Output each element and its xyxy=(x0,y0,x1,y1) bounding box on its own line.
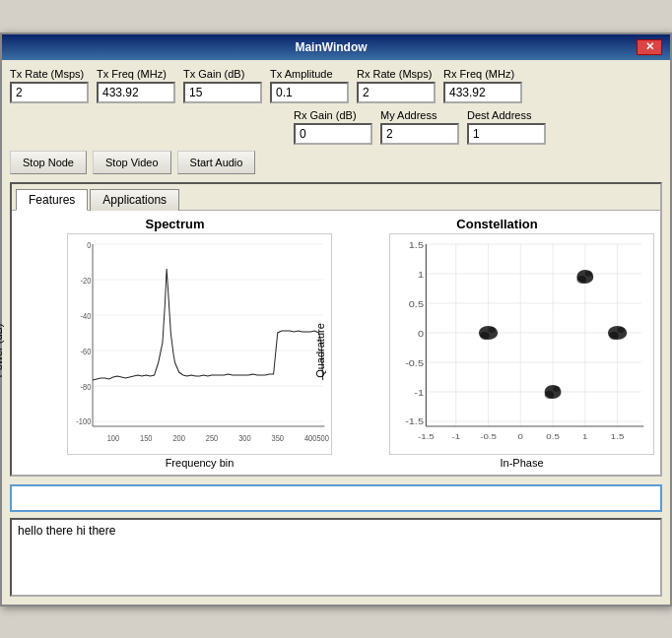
my-address-input[interactable] xyxy=(380,123,459,145)
output-text-normal: hello there xyxy=(18,524,76,538)
svg-text:-0.5: -0.5 xyxy=(480,431,497,440)
svg-text:-1: -1 xyxy=(451,431,460,440)
svg-text:150: 150 xyxy=(140,433,153,443)
tx-amplitude-label: Tx Amplitude xyxy=(270,68,349,80)
tab-content-features: Spectrum Power (dB) xyxy=(12,211,660,475)
params-row-1: Tx Rate (Msps) Tx Freq (MHz) Tx Gain (dB… xyxy=(10,68,662,103)
svg-text:100: 100 xyxy=(107,433,120,443)
tab-features[interactable]: Features xyxy=(16,189,88,211)
svg-text:0.5: 0.5 xyxy=(546,431,560,440)
rx-gain-input[interactable] xyxy=(294,123,372,145)
svg-text:500: 500 xyxy=(316,433,329,443)
params-row-2: Rx Gain (dB) My Address Dest Address xyxy=(10,109,662,145)
svg-text:300: 300 xyxy=(238,433,251,443)
svg-point-58 xyxy=(609,332,619,340)
window-title: MainWindow xyxy=(26,40,637,54)
tx-rate-label: Tx Rate (Msps) xyxy=(10,68,89,80)
tx-amplitude-input[interactable] xyxy=(270,82,349,103)
tab-applications[interactable]: Applications xyxy=(90,189,179,211)
svg-text:-1.5: -1.5 xyxy=(418,431,435,440)
svg-text:0: 0 xyxy=(518,431,523,440)
svg-text:200: 200 xyxy=(172,433,185,443)
svg-text:-80: -80 xyxy=(81,382,92,392)
constellation-container: Constellation Quadrature xyxy=(340,217,654,469)
constellation-outer: Quadrature xyxy=(340,233,654,469)
svg-point-56 xyxy=(489,327,496,333)
rx-gain-label: Rx Gain (dB) xyxy=(294,109,372,121)
svg-text:400: 400 xyxy=(304,433,317,443)
my-address-label: My Address xyxy=(380,109,459,121)
svg-text:-40: -40 xyxy=(81,311,92,321)
tx-rate-input[interactable] xyxy=(10,82,89,103)
svg-text:-60: -60 xyxy=(81,347,92,356)
svg-point-55 xyxy=(480,332,490,340)
stop-video-button[interactable]: Stop Video xyxy=(93,151,171,174)
svg-text:250: 250 xyxy=(206,433,219,443)
rx-freq-label: Rx Freq (MHz) xyxy=(443,68,522,80)
charts-row: Spectrum Power (dB) xyxy=(18,217,654,469)
tabs-header: Features Applications xyxy=(12,184,660,211)
constellation-svg: 1.5 1 0.5 0 -0.5 -1 -1.5 -1.5 -1 xyxy=(390,234,653,451)
tx-gain-label: Tx Gain (dB) xyxy=(183,68,262,80)
svg-point-59 xyxy=(618,327,625,333)
spectrum-chart-wrap: 0 -20 -40 -60 -80 -100 100 150 200 xyxy=(67,233,332,455)
spectrum-y-label: Power (dB) xyxy=(0,323,4,377)
dest-address-input[interactable] xyxy=(467,123,546,145)
close-button[interactable]: ✕ xyxy=(637,39,662,55)
svg-point-61 xyxy=(545,391,555,399)
svg-point-53 xyxy=(585,271,592,277)
svg-point-62 xyxy=(553,386,560,392)
main-window: MainWindow ✕ Tx Rate (Msps) Tx Freq (MHz… xyxy=(0,32,672,606)
buttons-row: Stop Node Stop Video Start Audio xyxy=(10,151,662,174)
spectrum-container: Spectrum Power (dB) xyxy=(18,217,332,469)
tx-freq-group: Tx Freq (MHz) xyxy=(97,68,175,103)
constellation-title: Constellation xyxy=(340,217,654,231)
spectrum-outer: Power (dB) xyxy=(18,233,332,469)
title-bar: MainWindow ✕ xyxy=(2,34,670,60)
tx-gain-group: Tx Gain (dB) xyxy=(183,68,262,103)
constellation-y-label: Quadrature xyxy=(314,323,326,378)
svg-text:1: 1 xyxy=(418,269,425,279)
svg-text:-100: -100 xyxy=(76,416,91,426)
svg-text:1.5: 1.5 xyxy=(409,239,425,249)
output-area: hello there hi there xyxy=(10,518,662,597)
message-input[interactable] xyxy=(16,488,656,508)
svg-text:350: 350 xyxy=(272,433,285,443)
stop-node-button[interactable]: Stop Node xyxy=(10,151,87,174)
rx-rate-label: Rx Rate (Msps) xyxy=(357,68,436,80)
spectrum-x-label: Frequency bin xyxy=(67,457,332,469)
svg-text:-1: -1 xyxy=(414,387,424,397)
input-bar[interactable] xyxy=(10,484,662,512)
constellation-x-label: In-Phase xyxy=(389,457,654,469)
svg-text:-20: -20 xyxy=(81,276,92,286)
tx-rate-group: Tx Rate (Msps) xyxy=(10,68,89,103)
dest-address-group: Dest Address xyxy=(467,109,546,145)
my-address-group: My Address xyxy=(380,109,459,145)
tx-gain-input[interactable] xyxy=(183,82,262,103)
svg-point-52 xyxy=(576,276,586,284)
svg-text:1: 1 xyxy=(582,431,587,440)
spectrum-title: Spectrum xyxy=(18,217,332,231)
svg-text:0: 0 xyxy=(418,328,425,338)
rx-freq-input[interactable] xyxy=(443,82,522,103)
rx-freq-group: Rx Freq (MHz) xyxy=(443,68,522,103)
tx-amplitude-group: Tx Amplitude xyxy=(270,68,349,103)
spectrum-svg: 0 -20 -40 -60 -80 -100 100 150 200 xyxy=(68,234,331,451)
svg-text:0: 0 xyxy=(87,240,92,250)
rx-gain-group: Rx Gain (dB) xyxy=(294,109,372,145)
svg-text:1.5: 1.5 xyxy=(611,431,625,440)
tabs-container: Features Applications Spectrum Power (dB… xyxy=(10,182,662,477)
rx-rate-input[interactable] xyxy=(357,82,436,103)
main-content: Tx Rate (Msps) Tx Freq (MHz) Tx Gain (dB… xyxy=(2,60,670,605)
tx-freq-label: Tx Freq (MHz) xyxy=(97,68,175,80)
svg-text:-1.5: -1.5 xyxy=(405,415,424,425)
tx-freq-input[interactable] xyxy=(97,82,175,103)
start-audio-button[interactable]: Start Audio xyxy=(177,151,256,174)
constellation-chart-wrap: 1.5 1 0.5 0 -0.5 -1 -1.5 -1.5 -1 xyxy=(389,233,654,455)
svg-text:-0.5: -0.5 xyxy=(405,357,424,367)
dest-address-label: Dest Address xyxy=(467,109,546,121)
rx-rate-group: Rx Rate (Msps) xyxy=(357,68,436,103)
output-text-highlight: hi there xyxy=(76,524,115,538)
svg-text:0.5: 0.5 xyxy=(409,298,425,308)
